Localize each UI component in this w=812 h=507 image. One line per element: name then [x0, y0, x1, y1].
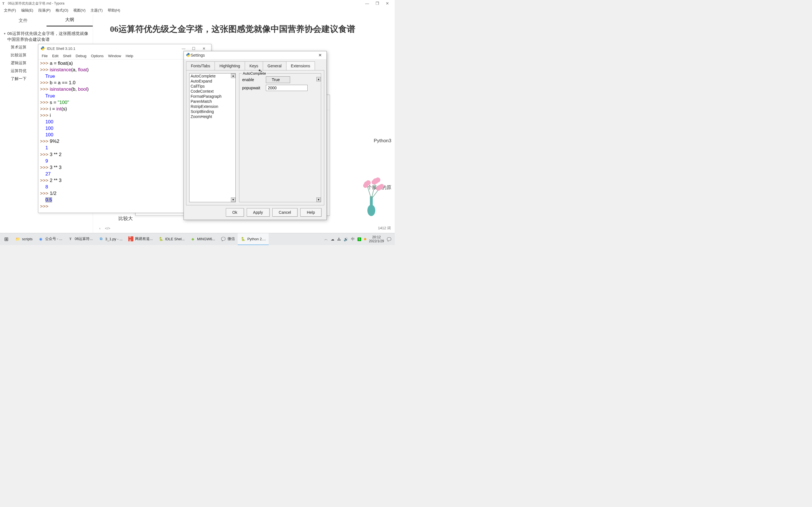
svg-point-18 — [188, 53, 188, 54]
extension-item[interactable]: ZoomHeight — [190, 114, 236, 119]
typora-title-text: 06运算符优先级之金字塔.md - Typora — [8, 1, 64, 6]
youdao-icon: 有道 — [128, 236, 133, 241]
close-button[interactable]: ✕ — [199, 47, 209, 51]
tab-general[interactable]: General — [263, 61, 287, 70]
taskbar-item[interactable]: T06运算符... — [65, 233, 96, 245]
svg-point-7 — [363, 183, 368, 188]
system-tray: ︿ ☁ 🖧 🔊 中 S 20:12 2022/1/29 💬 — [321, 235, 395, 243]
tray-app-icon[interactable]: S — [357, 237, 361, 241]
menu-shell[interactable]: Shell — [61, 53, 73, 59]
menu-paragraph[interactable]: 段落(P) — [37, 7, 52, 13]
taskbar-item-label: scripts — [22, 237, 33, 241]
tray-ime-icon[interactable]: 中 — [351, 237, 355, 242]
help-button[interactable]: Help — [300, 208, 321, 217]
typora-titlebar: T 06运算符优先级之金字塔.md - Typora — ❐ ✕ — [0, 0, 395, 7]
sidebar-tab-outline[interactable]: 大纲 — [47, 14, 93, 26]
tab-fonts[interactable]: Fonts/Tabs — [186, 61, 215, 70]
taskbar-clock[interactable]: 20:12 2022/1/29 — [369, 235, 384, 243]
maximize-button[interactable]: ☐ — [189, 47, 199, 51]
content-fragment: 比较大 — [118, 215, 133, 222]
outline-root-label: 06运算符优先级之金字塔，这张图感觉就像中国营养协会建议食谱 — [7, 31, 89, 42]
taskbar-item[interactable]: 🐍Python 2.... — [238, 233, 269, 245]
extension-item[interactable]: ParenMatch — [190, 99, 236, 104]
taskbar-item-label: 06运算符... — [75, 236, 93, 241]
dialog-buttons: Ok Apply Cancel Help — [184, 205, 326, 219]
notifications-icon[interactable]: 💬 — [387, 237, 391, 241]
document-heading[interactable]: 06运算符优先级之金字塔，这张图感觉就像中国营养协会建议食谱 — [110, 22, 378, 35]
chevron-down-icon[interactable]: ▾ — [4, 32, 6, 42]
enable-dropdown[interactable]: True — [266, 76, 290, 83]
start-button[interactable]: ⊞ — [0, 236, 12, 242]
taskbar-item[interactable]: 📁scripts — [12, 233, 36, 245]
menu-help[interactable]: 帮助(H) — [106, 7, 122, 13]
menu-options[interactable]: Options — [89, 53, 105, 59]
menu-edit[interactable]: 编辑(E) — [19, 7, 35, 13]
idle3-title: IDLE Shell 3.10.1 — [47, 47, 75, 51]
extension-item[interactable]: AutoExpand — [190, 78, 236, 83]
svg-point-16 — [42, 47, 42, 47]
extension-item[interactable]: CodeContext — [190, 89, 236, 94]
menu-theme[interactable]: 主题(T) — [89, 7, 104, 13]
extension-settings-panel: AutoComplete enable True popupwait ▲ ▼ — [239, 73, 321, 202]
menu-file[interactable]: 文件(F) — [2, 7, 18, 13]
clock-time: 20:12 — [369, 235, 384, 239]
tray-network-icon[interactable]: 🖧 — [337, 237, 341, 241]
extension-item[interactable]: RstripExtension — [190, 104, 236, 109]
taskbar-item[interactable]: 🐍IDLE Shel... — [156, 233, 188, 245]
popupwait-input[interactable] — [266, 85, 308, 91]
tab-highlighting[interactable]: Highlighting — [214, 61, 245, 70]
python-icon: 🐍 — [241, 236, 246, 241]
taskbar-item[interactable]: ⧉3_1.py - ... — [96, 233, 125, 245]
scroll-up-icon[interactable]: ▲ — [231, 73, 236, 78]
minimize-button[interactable]: — — [179, 47, 189, 51]
extension-item[interactable]: ScriptBinding — [190, 109, 236, 114]
extension-item[interactable]: AutoComplete — [190, 73, 236, 78]
extension-item[interactable]: FormatParagraph — [190, 94, 236, 99]
svg-point-10 — [371, 180, 376, 184]
source-mode-icon[interactable]: </> — [103, 226, 112, 230]
minimize-button[interactable]: — — [362, 1, 372, 6]
settings-tabs: Fonts/Tabs Highlighting Keys General Ext… — [186, 61, 324, 70]
typora-app-icon: T — [2, 1, 6, 5]
svg-line-2 — [367, 185, 371, 199]
ok-button[interactable]: Ok — [226, 208, 244, 217]
taskbar-item[interactable]: 💬微信 — [218, 233, 238, 245]
tray-chevron-icon[interactable]: ︿ — [324, 237, 328, 242]
tab-extensions[interactable]: Extensions — [286, 61, 315, 70]
outline-root[interactable]: ▾ 06运算符优先级之金字塔，这张图感觉就像中国营养协会建议食谱 — [4, 29, 89, 43]
settings-title-text: Settings — [191, 53, 205, 57]
menu-window[interactable]: Window — [106, 53, 123, 59]
tray-onedrive-icon[interactable]: ☁ — [331, 237, 335, 241]
scroll-down-icon[interactable]: ▼ — [231, 198, 236, 202]
menu-format[interactable]: 格式(O) — [54, 7, 70, 13]
nav-back-icon[interactable]: ‹ — [97, 226, 103, 230]
windows-taskbar: ⊞ 📁scripts◉公众号 - ...T06运算符...⧉3_1.py - .… — [0, 233, 395, 245]
apply-button[interactable]: Apply — [247, 208, 269, 217]
tray-volume-icon[interactable]: 🔊 — [344, 237, 348, 241]
close-button[interactable]: ✕ — [382, 1, 393, 6]
menu-view[interactable]: 视图(V) — [71, 7, 87, 13]
python-icon — [41, 46, 45, 51]
scroll-down-icon[interactable]: ▼ — [316, 198, 321, 202]
sidebar-tab-file[interactable]: 文件 — [0, 15, 47, 26]
settings-titlebar[interactable]: Settings ✕ — [184, 51, 326, 59]
menu-help[interactable]: Help — [124, 53, 135, 59]
taskbar-item-label: Python 2.... — [247, 237, 266, 241]
close-button[interactable]: ✕ — [316, 53, 324, 58]
cancel-button[interactable]: Cancel — [272, 208, 298, 217]
clock-date: 2022/1/29 — [369, 239, 384, 243]
extension-item[interactable]: CallTips — [190, 83, 236, 89]
taskbar-item[interactable]: ◆MINGW6... — [188, 233, 218, 245]
maximize-button[interactable]: ❐ — [372, 1, 382, 6]
menu-debug[interactable]: Debug — [74, 53, 88, 59]
taskbar-item[interactable]: 有道网易有道... — [125, 233, 156, 245]
menu-edit[interactable]: Edit — [50, 53, 60, 59]
scroll-up-icon[interactable]: ▲ — [316, 77, 321, 81]
taskbar-item-label: MINGW6... — [197, 237, 215, 241]
taskbar-item[interactable]: ◉公众号 - ... — [36, 233, 65, 245]
tab-keys[interactable]: Keys — [245, 61, 263, 70]
word-count[interactable]: 1412 词 — [378, 226, 391, 231]
svg-point-19 — [189, 56, 189, 56]
menu-file[interactable]: File — [40, 53, 49, 59]
extension-list[interactable]: ▲ AutoComplete AutoExpand CallTips CodeC… — [189, 73, 236, 202]
